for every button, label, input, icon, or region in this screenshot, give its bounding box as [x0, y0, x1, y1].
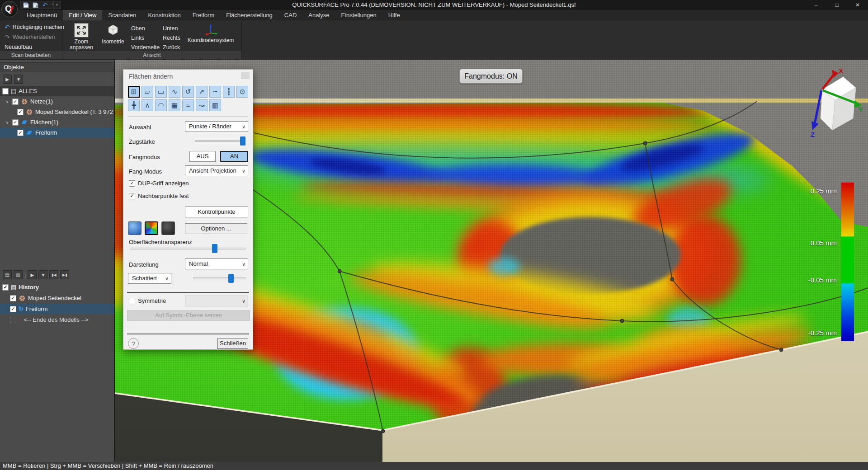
shaded-view-icon[interactable]: [128, 221, 142, 235]
checkbox[interactable]: ✓: [129, 193, 135, 199]
close-button[interactable]: ✕: [847, 0, 868, 10]
view-unten-button[interactable]: Unten: [163, 24, 180, 33]
dup-griff-checkbox-row[interactable]: ✓ DUP-Griff anzeigen: [129, 180, 189, 187]
step-down-icon[interactable]: ▼: [38, 270, 47, 279]
redo-button[interactable]: ↷ Wiederherstellen: [5, 34, 55, 40]
list-view-icon[interactable]: ▤: [3, 270, 12, 279]
app-logo[interactable]: Q f: [1, 1, 18, 17]
help-button[interactable]: ?: [128, 338, 139, 349]
deviation-view-icon[interactable]: [145, 221, 158, 235]
checkbox[interactable]: [2, 88, 9, 94]
history-item-freiform[interactable]: ✓ ↻ Freiform: [0, 304, 114, 314]
tool-columns-icon[interactable]: ▥: [209, 99, 221, 111]
tool-grid-icon[interactable]: ▦: [169, 99, 180, 111]
checkbox[interactable]: ✓: [12, 119, 19, 126]
symmetrie-checkbox-row[interactable]: Symmetrie: [129, 297, 166, 304]
tool-rectangle-icon[interactable]: ▭: [155, 86, 167, 98]
auswahl-dropdown[interactable]: Punkte / Ränder ∨: [185, 121, 248, 132]
darstellung-dropdown[interactable]: Normal ∨: [185, 258, 248, 269]
checkbox[interactable]: ✓: [129, 180, 135, 187]
schattiert-slider[interactable]: [193, 274, 245, 283]
tab-edit-view[interactable]: Edit / View: [63, 10, 102, 20]
schliessen-button[interactable]: Schließen: [217, 338, 248, 349]
history-item-moped[interactable]: ✓ Moped Seitendeckel: [0, 293, 114, 303]
tree-item-alles[interactable]: ▤ ALLES: [0, 86, 114, 96]
quickbar-customize-button[interactable]: ∨: [53, 1, 61, 9]
undo-icon[interactable]: ↶: [42, 2, 48, 9]
tool-circle-points-icon[interactable]: ⊙: [236, 86, 248, 98]
view-oben-button[interactable]: Oben: [131, 24, 160, 33]
checkbox[interactable]: ✓: [17, 109, 24, 115]
undo-button[interactable]: ↶ Rückgängig machen: [5, 24, 64, 30]
tree-item-flaechen[interactable]: ∨ ✓ Flächen(1): [0, 117, 114, 127]
maximize-button[interactable]: □: [826, 0, 847, 10]
tool-deform-quad-icon[interactable]: ▱: [142, 86, 153, 98]
skip-end-icon[interactable]: ▶▮: [60, 270, 69, 279]
dialog-close-button[interactable]: [241, 72, 250, 79]
tree-item-moped[interactable]: ✓ Moped Seitendeckel (T: 3 972 48: [0, 107, 114, 117]
checkbox[interactable]: [10, 317, 16, 323]
wireframe-view-icon[interactable]: [161, 221, 175, 235]
tab-hauptmenu[interactable]: Hauptmenü: [21, 10, 63, 20]
tool-arc-icon[interactable]: ◠: [155, 99, 167, 111]
slider-handle[interactable]: [212, 244, 217, 253]
zugstaerke-slider[interactable]: [195, 136, 245, 146]
view-links-button[interactable]: Links: [131, 33, 160, 43]
history-root[interactable]: ✓ ▤ History: [0, 282, 114, 292]
skip-start-icon[interactable]: ▮◀: [49, 270, 58, 279]
slider-handle[interactable]: [240, 136, 245, 146]
save-as-icon[interactable]: [32, 2, 39, 9]
rebuild-button[interactable]: Neuaufbau: [5, 44, 32, 50]
filter-icon[interactable]: ▼: [14, 75, 23, 84]
tool-brush-icon[interactable]: ∿: [169, 86, 180, 98]
fangmodus-aus-button[interactable]: AUS: [189, 151, 216, 162]
view-rechts-button[interactable]: Rechts: [163, 33, 180, 43]
checkbox[interactable]: ✓: [2, 284, 9, 291]
tab-flaechenerstellung[interactable]: Flächenerstellung: [220, 10, 278, 20]
checkbox[interactable]: ✓: [10, 306, 16, 312]
history-item-end[interactable]: ↑ <-- Ende des Modells -->: [0, 315, 114, 325]
tab-einstellungen[interactable]: Einstellungen: [335, 10, 382, 20]
tool-row-points-icon[interactable]: ┅: [209, 86, 221, 98]
fangmodus-an-button[interactable]: AN: [220, 151, 248, 162]
transparenz-slider[interactable]: [130, 244, 245, 253]
tree-item-netze[interactable]: ∨ ✓ Netze(1): [0, 96, 114, 107]
tab-analyse[interactable]: Analyse: [302, 10, 335, 20]
nachbarpunkte-checkbox-row[interactable]: ✓ Nachbarpunkte fest: [129, 193, 189, 199]
tool-circle-wave-icon[interactable]: ↺: [182, 86, 194, 98]
tool-kink-icon[interactable]: ∧: [142, 99, 153, 111]
slider-handle[interactable]: [228, 274, 234, 283]
tool-curve-point-icon[interactable]: ↝: [196, 99, 208, 111]
expand-all-icon[interactable]: ▶: [3, 75, 12, 84]
view-cube[interactable]: X Y Z: [808, 66, 864, 137]
expand-icon[interactable]: ∨: [5, 99, 10, 104]
minimize-button[interactable]: –: [806, 0, 826, 10]
tool-waves-icon[interactable]: ≈: [182, 99, 194, 111]
tree-item-freiform[interactable]: ✓ Freiform: [0, 127, 114, 138]
expand-icon[interactable]: ∨: [5, 120, 10, 125]
isometric-button[interactable]: Isometrie: [99, 23, 127, 45]
optionen-button[interactable]: Optionen ...: [185, 223, 247, 234]
checkbox[interactable]: [129, 298, 135, 304]
tab-freiform[interactable]: Freiform: [187, 10, 220, 20]
tab-konstruktion[interactable]: Konstruktion: [142, 10, 187, 20]
zoom-fit-button[interactable]: Zoom anpassen: [67, 23, 96, 51]
tab-scandaten[interactable]: Scandaten: [102, 10, 142, 20]
tree-view-icon[interactable]: ▥: [14, 270, 23, 279]
tool-column-points-icon[interactable]: ┇: [223, 86, 235, 98]
checkbox[interactable]: ✓: [17, 130, 24, 136]
fang-modus-dropdown[interactable]: Ansicht-Projektion ∨: [185, 165, 248, 176]
tool-insert-cross-icon[interactable]: ╋: [128, 99, 140, 111]
tab-cad[interactable]: CAD: [278, 10, 302, 20]
tool-select-points-icon[interactable]: ⊞: [128, 86, 140, 98]
coordinate-system-button[interactable]: Koordinatensystem: [183, 23, 238, 43]
checkbox[interactable]: ✓: [10, 295, 16, 301]
play-history-icon[interactable]: ▶: [28, 270, 37, 279]
checkbox[interactable]: ✓: [12, 99, 19, 105]
tool-move-point-icon[interactable]: ↗: [196, 86, 208, 98]
kontrollpunkte-button[interactable]: Kontrollpunkte: [185, 206, 248, 217]
tab-hilfe[interactable]: Hilfe: [382, 10, 406, 20]
save-icon[interactable]: [23, 2, 29, 9]
layers-icon: ▤: [11, 284, 16, 291]
schattiert-dropdown[interactable]: Schattiert ∨: [128, 273, 171, 284]
